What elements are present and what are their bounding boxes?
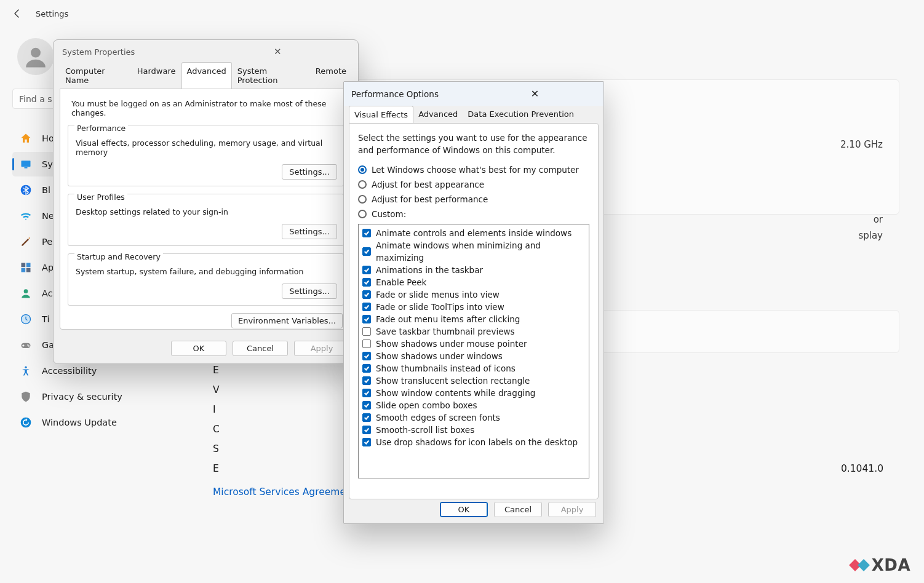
checkbox-label: Smooth edges of screen fonts (376, 411, 500, 424)
system-icon (20, 158, 32, 170)
user-icon (24, 45, 47, 68)
tab-visual-effects[interactable]: Visual Effects (349, 106, 413, 124)
cancel-button[interactable]: Cancel (233, 341, 288, 356)
radio-icon (358, 210, 367, 218)
checkbox-icon (362, 426, 371, 434)
checkbox-icon (362, 438, 371, 446)
perf-tabs: Visual EffectsAdvancedData Execution Pre… (344, 106, 603, 124)
dialog-title: System Properties (62, 47, 206, 57)
ok-button[interactable]: OK (171, 341, 226, 356)
visual-effects-list[interactable]: Animate controls and elements inside win… (358, 224, 589, 478)
sidebar-item-label: Ti (42, 314, 49, 324)
checkbox-option[interactable]: Smooth-scroll list boxes (362, 424, 585, 436)
checkbox-option[interactable]: Show window contents while dragging (362, 387, 585, 399)
checkbox-option[interactable]: Enable Peek (362, 276, 585, 288)
checkbox-icon (362, 303, 371, 311)
group-description: Desktop settings related to your sign-in (76, 207, 337, 216)
dialog-titlebar[interactable]: Performance Options ✕ (344, 82, 603, 106)
dialog-title: Performance Options (351, 89, 474, 99)
apply-button[interactable]: Apply (548, 502, 596, 517)
radio-option[interactable]: Adjust for best appearance (358, 180, 589, 189)
partial-text-1: or (874, 214, 883, 225)
gaming-icon (20, 339, 32, 351)
radio-option[interactable]: Adjust for best performance (358, 194, 589, 204)
checkbox-option[interactable]: Show shadows under mouse pointer (362, 338, 585, 350)
watermark: XDA (851, 556, 910, 574)
checkbox-option[interactable]: Slide open combo boxes (362, 399, 585, 411)
ms-services-agreement-link[interactable]: Microsoft Services Agreement (213, 486, 356, 498)
checkbox-label: Show shadows under mouse pointer (376, 338, 527, 350)
checkbox-icon (362, 413, 371, 422)
sysprops-footer: OK Cancel Apply (171, 341, 349, 356)
checkbox-label: Fade or slide menus into view (376, 288, 500, 301)
close-icon[interactable]: ✕ (206, 46, 350, 57)
checkbox-icon (362, 376, 371, 385)
dialog-titlebar[interactable]: System Properties ✕ (54, 40, 358, 62)
settings-button[interactable]: Settings... (282, 164, 337, 180)
tab-computer-name[interactable]: Computer Name (60, 62, 132, 89)
close-icon[interactable]: ✕ (474, 88, 596, 100)
checkbox-option[interactable]: Fade or slide menus into view (362, 288, 585, 301)
group-description: System startup, system failure, and debu… (76, 267, 337, 276)
sidebar-item-label: Privacy & security (42, 392, 122, 402)
perf-footer: OK Cancel Apply (440, 502, 596, 517)
system-properties-dialog: System Properties ✕ Computer NameHardwar… (53, 39, 359, 364)
accounts-icon (20, 287, 32, 299)
apply-button[interactable]: Apply (294, 341, 349, 356)
sidebar-item-privacy[interactable]: Privacy & security (12, 384, 185, 409)
checkbox-label: Show translucent selection rectangle (376, 375, 530, 387)
checkbox-icon (362, 278, 371, 287)
checkbox-option[interactable]: Smooth edges of screen fonts (362, 411, 585, 424)
tab-data-execution-prevention[interactable]: Data Execution Prevention (463, 106, 579, 124)
tab-system-protection[interactable]: System Protection (232, 62, 310, 89)
cancel-button[interactable]: Cancel (494, 502, 542, 517)
checkbox-option[interactable]: Animate controls and elements inside win… (362, 227, 585, 239)
checkbox-option[interactable]: Show translucent selection rectangle (362, 375, 585, 387)
checkbox-option[interactable]: Show shadows under windows (362, 350, 585, 362)
sidebar-item-label: Bl (42, 185, 50, 195)
bluetooth-icon (20, 184, 32, 196)
checkbox-label: Animate windows when minimizing and maxi… (376, 239, 585, 264)
sidebar-item-label: Ho (42, 133, 54, 143)
radio-option[interactable]: Let Windows choose what's best for my co… (358, 165, 589, 175)
checkbox-option[interactable]: Use drop shadows for icon labels on the … (362, 436, 585, 448)
environment-variables-button[interactable]: Environment Variables... (231, 313, 343, 328)
svg-point-12 (28, 346, 30, 347)
ok-button[interactable]: OK (440, 502, 488, 517)
checkbox-label: Show thumbnails instead of icons (376, 362, 516, 375)
partial-text-2: splay (858, 230, 883, 241)
checkbox-option[interactable]: Animations in the taskbar (362, 264, 585, 276)
checkbox-label: Fade out menu items after clicking (376, 313, 520, 325)
checkbox-option[interactable]: Animate windows when minimizing and maxi… (362, 239, 585, 264)
privacy-icon (20, 391, 32, 403)
checkbox-option[interactable]: Fade out menu items after clicking (362, 313, 585, 325)
processor-ghz: 2.10 GHz (840, 139, 883, 150)
tab-hardware[interactable]: Hardware (132, 62, 181, 89)
checkbox-label: Animations in the taskbar (376, 264, 483, 276)
tab-advanced[interactable]: Advanced (181, 62, 232, 89)
admin-note: You must be logged on as an Administrato… (71, 99, 341, 117)
sidebar-item-label: Sy (42, 159, 53, 169)
svg-rect-6 (22, 268, 26, 272)
checkbox-label: Use drop shadows for icon labels on the … (376, 436, 578, 448)
radio-icon (358, 165, 367, 174)
apps-icon (20, 261, 32, 274)
checkbox-icon (362, 401, 371, 410)
tab-advanced[interactable]: Advanced (413, 106, 463, 124)
settings-button[interactable]: Settings... (282, 284, 337, 299)
sidebar-item-label: Ne (42, 211, 54, 221)
radio-option[interactable]: Custom: (358, 209, 589, 219)
checkbox-icon (362, 327, 371, 336)
settings-button[interactable]: Settings... (282, 224, 337, 239)
checkbox-label: Fade or slide ToolTips into view (376, 301, 504, 313)
checkbox-icon (362, 389, 371, 397)
back-icon[interactable] (12, 9, 22, 18)
checkbox-option[interactable]: Fade or slide ToolTips into view (362, 301, 585, 313)
avatar[interactable] (17, 38, 54, 75)
checkbox-label: Animate controls and elements inside win… (376, 227, 572, 239)
sidebar-item-update[interactable]: Windows Update (12, 410, 185, 435)
checkbox-icon (362, 364, 371, 373)
checkbox-option[interactable]: Save taskbar thumbnail previews (362, 325, 585, 338)
groupbox-startup-and-recovery: Startup and Recovery System startup, sys… (68, 253, 344, 306)
checkbox-option[interactable]: Show thumbnails instead of icons (362, 362, 585, 375)
